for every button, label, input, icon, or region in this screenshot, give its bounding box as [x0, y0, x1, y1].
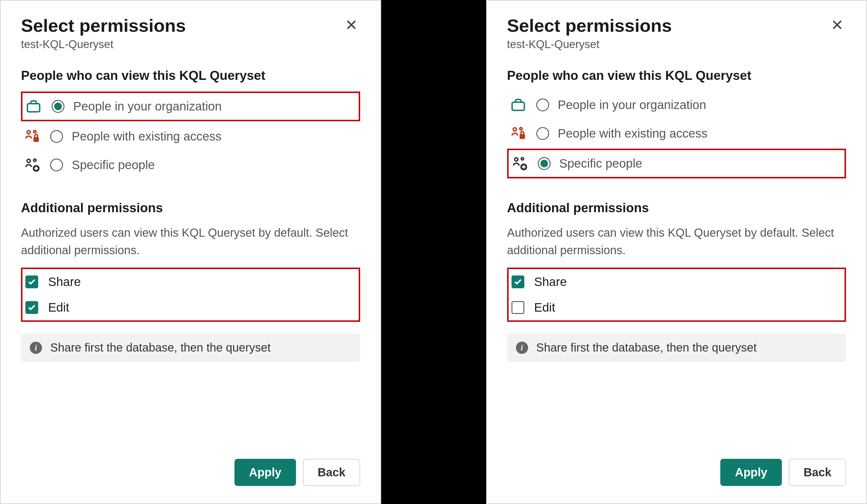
svg-rect-3	[33, 137, 39, 142]
checkbox-label: Edit	[534, 300, 555, 315]
svg-rect-10	[520, 134, 525, 139]
radio-label: People in your organization	[558, 98, 706, 112]
dialog-title: Select permissions	[21, 15, 186, 36]
additional-permissions-section: Additional permissions Authorized users …	[507, 200, 846, 333]
helper-text: Authorized users can view this KQL Query…	[21, 224, 360, 259]
apply-button[interactable]: Apply	[720, 459, 782, 486]
svg-rect-0	[28, 104, 40, 112]
checkbox-label: Share	[48, 275, 81, 289]
permissions-dialog-right: Select permissions ✕ test-KQL-Queryset P…	[486, 0, 867, 504]
people-add-icon	[23, 156, 41, 174]
svg-point-5	[33, 159, 36, 161]
checkbox-input[interactable]	[512, 301, 524, 314]
radio-label: People in your organization	[73, 99, 222, 113]
back-button[interactable]: Back	[303, 459, 360, 486]
radio-people-organization[interactable]: People in your organization	[21, 91, 360, 121]
svg-point-4	[27, 159, 30, 162]
briefcase-icon	[509, 96, 527, 114]
radio-label: Specific people	[559, 156, 642, 171]
checkbox-share[interactable]: Share	[25, 275, 356, 289]
helper-text: Authorized users can view this KQL Query…	[507, 224, 846, 259]
radio-people-organization[interactable]: People in your organization	[507, 91, 846, 118]
svg-point-9	[520, 128, 522, 130]
info-banner: i Share first the database, then the que…	[21, 333, 360, 362]
radio-input[interactable]	[536, 127, 549, 140]
dialog-footer: Apply Back	[507, 459, 846, 486]
radio-input[interactable]	[538, 157, 550, 170]
checkbox-label: Share	[534, 275, 567, 289]
svg-point-11	[514, 158, 518, 161]
back-button[interactable]: Back	[789, 459, 846, 486]
info-icon: i	[30, 342, 42, 354]
briefcase-icon	[24, 97, 43, 116]
svg-point-12	[521, 157, 523, 160]
close-icon[interactable]: ✕	[828, 15, 846, 35]
checkbox-edit[interactable]: Edit	[25, 300, 356, 315]
checkbox-share[interactable]: Share	[512, 275, 842, 289]
viewers-heading: People who can view this KQL Queryset	[507, 68, 846, 83]
radio-specific-people[interactable]: Specific people	[507, 149, 846, 178]
additional-heading: Additional permissions	[507, 200, 846, 215]
svg-point-8	[513, 128, 516, 131]
checkbox-group: Share Edit	[21, 267, 360, 322]
additional-permissions-section: Additional permissions Authorized users …	[21, 200, 360, 333]
checkbox-group: Share Edit	[507, 267, 846, 322]
radio-input[interactable]	[50, 130, 63, 143]
svg-rect-7	[512, 102, 524, 110]
checkbox-input[interactable]	[512, 275, 524, 288]
radio-input[interactable]	[52, 100, 64, 113]
info-text: Share first the database, then the query…	[50, 341, 271, 354]
radio-label: People with existing access	[558, 127, 708, 141]
people-add-icon	[510, 154, 529, 173]
dialog-subtitle: test-KQL-Queryset	[21, 38, 360, 51]
radio-label: People with existing access	[72, 129, 222, 143]
apply-button[interactable]: Apply	[234, 459, 296, 486]
additional-heading: Additional permissions	[21, 200, 360, 215]
permissions-dialog-left: Select permissions ✕ test-KQL-Queryset P…	[0, 0, 381, 504]
dialog-footer: Apply Back	[21, 459, 360, 486]
dialog-header: Select permissions ✕	[507, 15, 846, 36]
radio-label: Specific people	[72, 158, 155, 172]
people-lock-icon	[23, 127, 41, 146]
checkbox-label: Edit	[48, 300, 69, 315]
checkbox-input[interactable]	[25, 301, 38, 314]
info-banner: i Share first the database, then the que…	[507, 333, 846, 362]
radio-specific-people[interactable]: Specific people	[21, 152, 360, 178]
dialog-header: Select permissions ✕	[21, 15, 360, 36]
svg-point-2	[33, 130, 36, 133]
dialog-subtitle: test-KQL-Queryset	[507, 38, 846, 51]
radio-input[interactable]	[536, 99, 549, 111]
radio-people-existing-access[interactable]: People with existing access	[21, 123, 360, 150]
checkbox-input[interactable]	[25, 275, 38, 288]
viewers-heading: People who can view this KQL Queryset	[21, 68, 360, 83]
info-text: Share first the database, then the query…	[536, 341, 757, 354]
info-icon: i	[516, 342, 528, 354]
svg-point-1	[27, 131, 30, 134]
radio-people-existing-access[interactable]: People with existing access	[507, 120, 846, 147]
dialog-title: Select permissions	[507, 15, 672, 36]
people-lock-icon	[509, 124, 527, 143]
checkbox-edit[interactable]: Edit	[512, 300, 842, 315]
radio-input[interactable]	[50, 158, 63, 172]
close-icon[interactable]: ✕	[343, 15, 360, 35]
